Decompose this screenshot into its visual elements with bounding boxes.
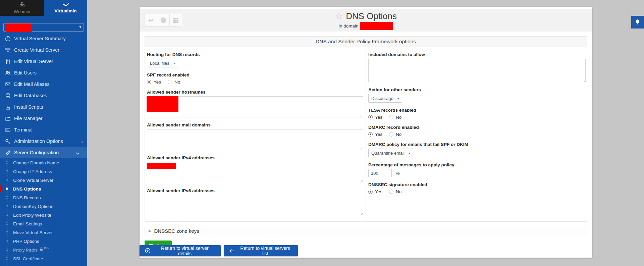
spf-no-radio[interactable]: No	[168, 79, 180, 85]
return-virtual-servers-list-button[interactable]: Return to virtual servers list	[224, 245, 298, 256]
dmarc-policy-select[interactable]: Quarantine email▾	[368, 149, 413, 157]
sidebar-item-file-manager[interactable]: File Manager	[0, 113, 87, 124]
spf-record-enabled-radios: Yes No	[147, 79, 363, 85]
sidebar-item-label: Install Scripts	[14, 104, 43, 110]
dmarc-no-radio[interactable]: No	[389, 132, 401, 137]
notifications-button[interactable]	[631, 16, 644, 29]
page-title: DNS Options	[346, 11, 397, 21]
main-content-card: ↩ ? ☆ DNS Options In domain DNS and Send…	[140, 7, 592, 258]
chevron-down-icon: ▾	[397, 97, 399, 100]
resize-grip-icon[interactable]	[360, 179, 363, 182]
sidebar-item-edit-databases[interactable]: Edit Databases	[0, 90, 87, 101]
server-plus-icon	[5, 47, 11, 53]
spf-yes-radio[interactable]: Yes	[147, 79, 161, 85]
radio-icon	[389, 115, 393, 119]
tab-webmin[interactable]: Webmin	[0, 0, 44, 16]
tlsa-records-enabled-label: TLSA records enabled	[368, 108, 586, 113]
chevron-down-icon	[76, 150, 83, 155]
percent-messages-label: Percentage of messages to apply policy	[368, 162, 586, 168]
sidebar-subitem-domainkey-options[interactable]: DomainKey Options	[0, 202, 87, 211]
title-block: ☆ DNS Options In domain	[140, 9, 592, 30]
bullet-icon	[6, 214, 8, 216]
dnssec-zone-keys-toggle[interactable]: ▶ DNSSEC zone keys	[145, 226, 587, 236]
allowed-sender-mail-domains-label: Allowed sender mail domains	[147, 122, 363, 128]
gears-icon	[5, 150, 11, 156]
help-button[interactable]: ?	[157, 14, 170, 26]
included-domains-textarea[interactable]	[368, 59, 586, 82]
folder-icon	[5, 116, 11, 121]
allowed-sender-hostnames-textarea[interactable]	[147, 96, 363, 117]
key-icon	[5, 139, 11, 144]
bullet-icon	[6, 231, 8, 233]
dns-spf-options-panel: DNS and Sender Policy Framework options …	[145, 36, 587, 222]
dmarc-record-enabled-radios: Yes No	[368, 131, 586, 137]
sliders-icon	[5, 59, 11, 64]
sidebar-item-server-configuration[interactable]: Server Configuration	[0, 147, 87, 158]
return-virtual-server-details-button[interactable]: Return to virtual server details	[140, 245, 221, 256]
sidebar-item-label: Edit Users	[14, 70, 37, 75]
module-grid-button[interactable]	[169, 14, 182, 26]
tlsa-records-enabled-radios: Yes No	[368, 114, 586, 120]
sidebar-subitem-dns-records[interactable]: DNS Records	[0, 193, 87, 202]
in-domain-line: In domain	[140, 22, 592, 30]
allowed-sender-mail-domains-textarea[interactable]	[147, 129, 363, 150]
sidebar-subitem-change-domain-name[interactable]: Change Domain Name	[0, 158, 87, 167]
sidebar-subitem-php-options[interactable]: PHP Options	[0, 237, 87, 246]
sidebar-subitem-email-settings[interactable]: Email Settings	[0, 219, 87, 228]
back-button[interactable]: ↩	[145, 14, 157, 26]
sidebar-item-virtual-server-summary[interactable]: Virtual Server Summary	[0, 33, 87, 44]
dmarc-record-enabled-label: DMARC record enabled	[368, 125, 586, 130]
sidebar-subitem-ssl-certificate[interactable]: SSL Certificate	[0, 254, 87, 263]
grid-icon	[173, 18, 178, 23]
percent-messages-input[interactable]	[368, 169, 392, 177]
resize-grip-icon[interactable]	[360, 212, 363, 215]
dnssec-yes-radio[interactable]: Yes	[368, 189, 382, 194]
resize-grip-icon[interactable]	[582, 78, 585, 82]
allowed-sender-hostnames-label: Allowed sender hostnames	[147, 90, 363, 95]
dmarc-yes-radio[interactable]: Yes	[368, 132, 382, 137]
tab-virtualmin[interactable]: Virtualmin	[44, 0, 87, 16]
hosting-for-dns-records-select[interactable]: Local files▾	[147, 59, 178, 67]
bullet-icon	[6, 196, 8, 199]
sidebar-item-edit-mail-aliases[interactable]: Edit Mail Aliases	[0, 78, 87, 90]
sidebar-item-terminal[interactable]: Terminal	[0, 124, 87, 136]
sidebar-item-edit-virtual-server[interactable]: Edit Virtual Server	[0, 56, 87, 67]
sidebar-item-administration-options[interactable]: Administration Options ‹	[0, 136, 87, 147]
hosting-for-dns-records-label: Hosting for DNS records	[147, 52, 363, 58]
sidebar-menu: Virtual Server Summary Create Virtual Se…	[0, 33, 87, 266]
virtual-server-dropdown[interactable]: ▾	[3, 23, 84, 32]
resize-grip-icon[interactable]	[360, 114, 363, 117]
sidebar-subitem-edit-proxy-website[interactable]: Edit Proxy Website	[0, 211, 87, 219]
favorite-star-icon[interactable]: ☆	[335, 12, 343, 21]
info-icon	[5, 36, 11, 42]
allowed-sender-ipv6-textarea[interactable]	[147, 195, 363, 216]
sidebar-item-label: Create Virtual Server	[14, 47, 59, 53]
tlsa-yes-radio[interactable]: Yes	[368, 115, 382, 120]
bullet-icon	[6, 249, 8, 251]
dnssec-no-radio[interactable]: No	[389, 189, 401, 194]
resize-grip-icon[interactable]	[360, 147, 363, 150]
sidebar-subitem-proxy-paths[interactable]: Proxy Paths Pro	[0, 246, 87, 254]
sidebar-subitem-change-ip-address[interactable]: Change IP Address	[0, 167, 87, 176]
bullet-icon	[6, 222, 8, 225]
sidebar-item-edit-users[interactable]: Edit Users	[0, 67, 87, 78]
dmarc-policy-label: DMARC policy for emails that fail SPF or…	[368, 142, 586, 148]
sidebar-subitem-clone-virtual-server[interactable]: Clone Virtual Server	[0, 176, 87, 184]
return-arrow-icon: ↩	[148, 16, 154, 24]
tlsa-no-radio[interactable]: No	[389, 115, 401, 120]
chevron-down-icon: ▾	[173, 61, 175, 65]
sidebar-subitem-spam-and-virus-delivery[interactable]: Spam and Virus Delivery	[0, 263, 87, 266]
sidebar-item-label: File Manager	[14, 116, 43, 121]
radio-icon	[389, 132, 393, 137]
sidebar-subitem-dns-options[interactable]: DNS Options	[0, 184, 87, 193]
sidebar-item-label: Server Configuration	[14, 150, 59, 155]
sidebar-item-create-virtual-server[interactable]: Create Virtual Server	[0, 44, 87, 56]
sidebar-subitem-move-virtual-server[interactable]: Move Virtual Server	[0, 228, 87, 237]
allowed-sender-ipv4-textarea[interactable]	[147, 162, 363, 183]
bullet-icon	[6, 205, 8, 207]
action-other-senders-select[interactable]: Discourage▾	[368, 94, 402, 103]
allowed-sender-ipv6-label: Allowed sender IPv6 addresses	[147, 188, 363, 194]
form-left-column: Hosting for DNS records Local files▾ SPF…	[145, 47, 366, 221]
radio-selected-icon	[368, 132, 373, 137]
sidebar-item-install-scripts[interactable]: Install Scripts	[0, 101, 87, 113]
